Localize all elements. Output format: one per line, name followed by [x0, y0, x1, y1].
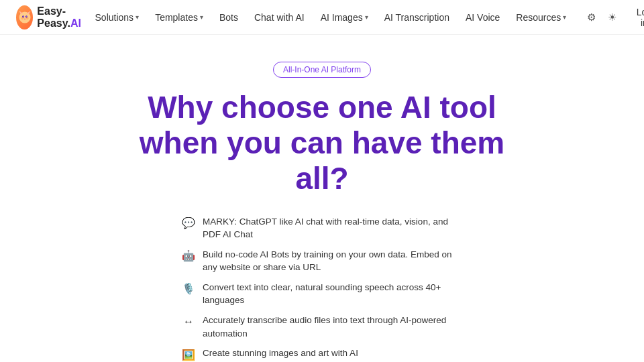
nav-templates[interactable]: Templates ▾ — [148, 8, 210, 27]
chevron-down-icon: ▾ — [365, 13, 368, 21]
feature-icon-1: 🤖 — [181, 249, 196, 263]
nav-solutions[interactable]: Solutions ▾ — [89, 8, 146, 27]
feature-icon-0: 💬 — [181, 216, 196, 231]
hero-badge: All-In-One AI Platform — [273, 62, 371, 78]
feature-text: Convert text into clear, natural soundin… — [203, 281, 463, 307]
chevron-down-icon: ▾ — [200, 13, 203, 21]
feature-icon-4: 🖼️ — [181, 347, 196, 362]
nav-actions: ⚙ ☀ Log in Sign up — [584, 1, 644, 34]
nav-ai-transcription[interactable]: AI Transcription — [378, 8, 456, 27]
nav-chat-with-ai[interactable]: Chat with AI — [248, 8, 311, 27]
logo-text: Easy-Peasy.AI — [37, 5, 88, 29]
login-button[interactable]: Log in — [625, 2, 644, 33]
svg-point-7 — [22, 15, 24, 17]
nav-ai-voice[interactable]: AI Voice — [459, 8, 506, 27]
nav-resources[interactable]: Resources ▾ — [509, 8, 573, 27]
feature-item: 🖼️ Create stunning images and art with A… — [181, 347, 463, 362]
chevron-down-icon: ▾ — [136, 13, 139, 21]
logo[interactable]: Easy-Peasy.AI — [16, 5, 89, 29]
feature-item: ↔️ Accurately transcribe audio files int… — [181, 314, 463, 340]
sun-icon-button[interactable]: ☀ — [604, 7, 620, 27]
feature-icon-3: ↔️ — [181, 314, 196, 329]
logo-icon — [16, 5, 33, 29]
feature-item: 🎙️ Convert text into clear, natural soun… — [181, 281, 463, 307]
svg-point-8 — [25, 15, 28, 17]
svg-point-9 — [23, 15, 23, 16]
chevron-down-icon: ▾ — [563, 13, 566, 21]
settings-icon-button[interactable]: ⚙ — [584, 7, 599, 27]
svg-point-10 — [26, 15, 27, 16]
feature-text: Accurately transcribe audio files into t… — [203, 314, 463, 340]
hero-section: All-In-One AI Platform Why choose one AI… — [0, 35, 644, 362]
hero-title: Why choose one AI tool when you can have… — [114, 90, 530, 196]
feature-icon-2: 🎙️ — [181, 282, 196, 296]
feature-item: 🤖 Build no-code AI Bots by training on y… — [181, 248, 463, 274]
feature-text: Build no-code AI Bots by training on you… — [203, 248, 463, 274]
nav-bots[interactable]: Bots — [213, 8, 245, 27]
feature-text: MARKY: ChatGPT like AI chat with real-ti… — [203, 215, 463, 241]
nav-ai-images[interactable]: AI Images ▾ — [314, 8, 375, 27]
feature-item: 💬 MARKY: ChatGPT like AI chat with real-… — [181, 215, 463, 241]
feature-text: Create stunning images and art with AI — [203, 347, 358, 360]
nav-links: Solutions ▾ Templates ▾ Bots Chat with A… — [89, 8, 574, 27]
features-list: 💬 MARKY: ChatGPT like AI chat with real-… — [181, 215, 463, 362]
svg-point-11 — [24, 18, 25, 19]
navbar: Easy-Peasy.AI Solutions ▾ Templates ▾ Bo… — [0, 0, 644, 35]
